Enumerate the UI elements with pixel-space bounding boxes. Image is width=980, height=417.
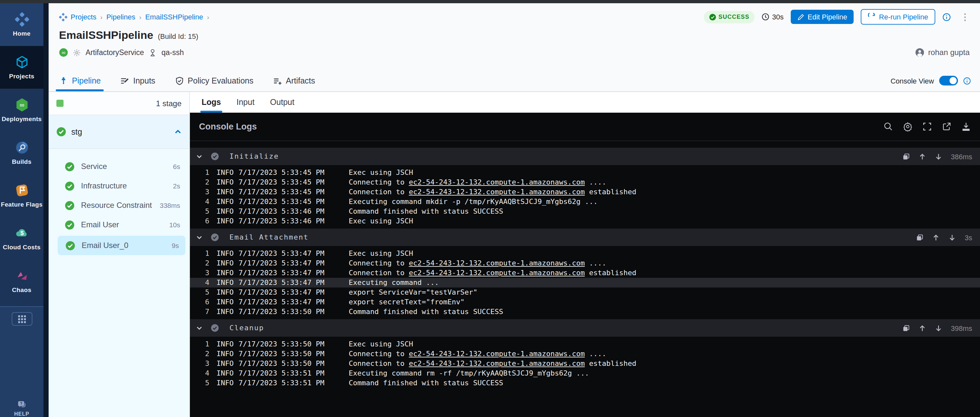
log-hostname-link[interactable]: ec2-54-243-12-132.compute-1.amazonaws.co…: [409, 350, 585, 358]
open-in-new-icon[interactable]: [942, 122, 951, 132]
stage-row-stg[interactable]: stg: [49, 115, 189, 149]
rerun-pipeline-button[interactable]: Re-run Pipeline: [861, 9, 935, 25]
log-line-number: 5: [190, 288, 209, 296]
log-timestamp: 7/17/2023 5:33:50 PM: [239, 350, 349, 358]
builds-icon: [14, 141, 29, 155]
step-row-email-user_0[interactable]: Email User_09s: [58, 236, 185, 255]
log-message: Exec using JSCH: [349, 217, 413, 225]
log-section-header[interactable]: Email Attachment3s: [190, 228, 980, 246]
tab-artifacts[interactable]: Artifacts: [273, 70, 315, 91]
log-message-text: established: [585, 269, 636, 277]
log-line: 4INFO7/17/2023 5:33:47 PMExecuting comma…: [190, 278, 980, 287]
top-strip: [0, 0, 980, 3]
info-icon[interactable]: [942, 13, 951, 21]
settings-icon[interactable]: [903, 122, 913, 132]
console-log-body: Initialize386ms1INFO7/17/2023 5:33:45 PM…: [190, 141, 980, 417]
log-section-header[interactable]: Cleanup398ms: [190, 319, 980, 337]
log-message: Command finished with status SUCCESS: [349, 308, 503, 316]
log-message-text: Connecting to: [349, 178, 409, 187]
sidebar-edge: [43, 3, 49, 417]
help-label: HELP: [14, 411, 30, 417]
log-hostname-link[interactable]: ec2-54-243-12-132.compute-1.amazonaws.co…: [409, 359, 585, 368]
log-hostname-link[interactable]: ec2-54-243-12-132.compute-1.amazonaws.co…: [409, 259, 585, 268]
log-tab-input[interactable]: Input: [237, 92, 255, 113]
breadcrumb-link[interactable]: Projects: [71, 13, 97, 21]
console-toolbar: [883, 122, 971, 132]
log-line: 3INFO7/17/2023 5:33:47 PMConnection to e…: [190, 268, 980, 278]
log-line: 5INFO7/17/2023 5:33:47 PMexport ServiceV…: [190, 287, 980, 297]
fullscreen-icon[interactable]: [922, 122, 932, 132]
sidebar-item-builds[interactable]: Builds: [0, 132, 43, 174]
module-selector-button[interactable]: [11, 312, 32, 326]
log-line-number: 4: [190, 278, 209, 287]
log-message: Connection to ec2-54-243-12-132.compute-…: [349, 188, 636, 196]
edit-pipeline-button[interactable]: Edit Pipeline: [791, 10, 854, 24]
log-line-number: 2: [190, 178, 209, 187]
log-section-tools: 386ms: [902, 152, 972, 160]
step-list: Service6sInfrastructure2sResource Constr…: [49, 149, 189, 255]
log-line-number: 3: [190, 269, 209, 277]
step-row-infrastructure[interactable]: Infrastructure2s: [49, 176, 189, 195]
deployment-service-icon: ∞: [59, 48, 68, 57]
help-button[interactable]: ? HELP: [0, 400, 43, 417]
tab-inputs[interactable]: Inputs: [120, 70, 155, 91]
chevron-up-icon[interactable]: [174, 128, 181, 135]
chevron-down-icon[interactable]: [196, 324, 203, 331]
log-hostname-link[interactable]: ec2-54-243-12-132.compute-1.amazonaws.co…: [409, 269, 585, 277]
step-row-email-user[interactable]: Email User10s: [49, 215, 189, 235]
log-hostname-link[interactable]: ec2-54-243-12-132.compute-1.amazonaws.co…: [409, 178, 585, 187]
copy-icon[interactable]: [902, 152, 910, 160]
download-icon[interactable]: [961, 122, 971, 132]
stage-panel: 1 stage stg Service6sInfrastructure2sRes…: [49, 92, 190, 417]
log-line: 1INFO7/17/2023 5:33:47 PMExec using JSCH: [190, 249, 980, 258]
sidebar-item-deployments[interactable]: ∞Deployments: [0, 89, 43, 132]
breadcrumb-link[interactable]: EmailSSHPipeline: [145, 13, 203, 21]
sidebar-item-home[interactable]: Home: [0, 3, 43, 46]
log-timestamp: 7/17/2023 5:33:47 PM: [239, 249, 349, 258]
log-line-number: 1: [190, 340, 209, 348]
scroll-up-icon[interactable]: [918, 324, 926, 332]
log-message: Exec using JSCH: [349, 168, 413, 177]
log-message-text: Connecting to: [349, 259, 409, 268]
tab-label: Pipeline: [72, 76, 101, 85]
log-tab-output[interactable]: Output: [270, 92, 294, 113]
rerun-pipeline-label: Re-run Pipeline: [879, 13, 928, 21]
scroll-down-icon[interactable]: [935, 152, 942, 160]
chevron-down-icon[interactable]: [196, 234, 203, 241]
info-icon[interactable]: [963, 77, 971, 84]
chevron-down-icon[interactable]: [196, 153, 203, 160]
copy-icon[interactable]: [916, 233, 924, 241]
tab-pipeline[interactable]: Pipeline: [59, 70, 101, 91]
copy-icon[interactable]: [902, 324, 910, 332]
log-hostname-link[interactable]: ec2-54-243-12-132.compute-1.amazonaws.co…: [409, 188, 585, 196]
scroll-down-icon[interactable]: [948, 233, 956, 241]
refresh-icon: [868, 13, 876, 21]
service-name[interactable]: ArtifactoryService: [86, 49, 144, 56]
sidebar-item-label: Feature Flags: [1, 201, 43, 208]
scroll-up-icon[interactable]: [918, 152, 926, 160]
scroll-up-icon[interactable]: [932, 233, 940, 241]
svg-text:∞: ∞: [62, 50, 65, 55]
sidebar-item-chaos[interactable]: Chaos: [0, 260, 43, 302]
log-timestamp: 7/17/2023 5:33:50 PM: [239, 359, 349, 368]
sidebar-item-projects[interactable]: Projects: [0, 46, 43, 89]
console-view-toggle[interactable]: [939, 76, 958, 86]
step-row-service[interactable]: Service6s: [49, 157, 189, 176]
log-tab-logs[interactable]: Logs: [202, 92, 221, 113]
sidebar-item-feature-flags[interactable]: Feature Flags: [0, 174, 43, 217]
log-section-duration: 3s: [965, 233, 972, 241]
log-section-header[interactable]: Initialize386ms: [190, 147, 980, 165]
sidebar-item-cloud-costs[interactable]: $Cloud Costs: [0, 217, 43, 260]
tab-label: Artifacts: [286, 76, 315, 85]
green-check-icon: [65, 200, 75, 210]
breadcrumb-link[interactable]: Pipelines: [106, 13, 135, 21]
user-display[interactable]: rohan gupta: [915, 48, 970, 57]
more-options-menu[interactable]: ⋮: [961, 13, 970, 21]
scroll-down-icon[interactable]: [935, 324, 942, 332]
infrastructure-name[interactable]: qa-ssh: [161, 49, 184, 56]
log-section-cleanup: Cleanup398ms1INFO7/17/2023 5:33:50 PMExe…: [190, 319, 980, 388]
green-check-icon: [65, 220, 75, 230]
step-row-resource-constraint[interactable]: Resource Constraint338ms: [49, 195, 189, 215]
tab-policy-evaluations[interactable]: Policy Evaluations: [175, 70, 253, 91]
search-icon[interactable]: [883, 122, 893, 132]
